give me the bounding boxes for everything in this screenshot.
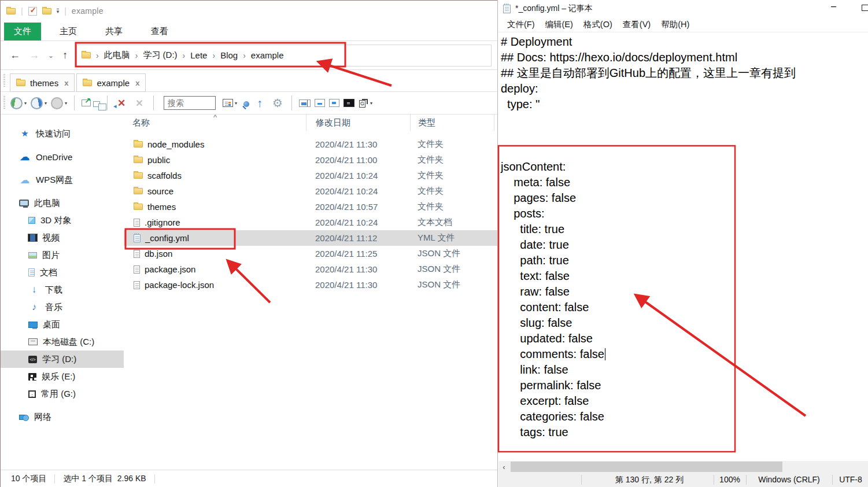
file-date: 2020/4/21 11:00 [306,155,410,165]
file-row[interactable]: themes2020/4/21 10:57文件夹 [124,199,497,215]
file-row[interactable]: scaffolds2020/4/21 10:24文件夹 [124,168,497,183]
explorer-tab[interactable]: themesx [10,73,75,92]
recent-globe-button[interactable]: ▾ [50,96,68,110]
sidebar-item[interactable]: 文档 [1,264,124,281]
open-in-new-window-icon [82,99,91,106]
file-name-cell: .gitignore [124,217,306,227]
text-line: path: true [501,253,868,268]
back-history-clock-button[interactable]: ▾ [10,96,27,110]
file-row[interactable]: _config.yml2020/4/21 11:12YML 文件 [124,230,497,246]
folder-icon [16,80,25,86]
folder-icon[interactable] [42,8,51,14]
ribbon-tab-home[interactable]: 主页 [50,23,87,40]
sidebar-item[interactable]: 快速访问 [1,125,124,142]
sidebar-item[interactable]: 音乐 [1,298,124,316]
sidebar-item-label: 桌面 [43,319,60,330]
breadcrumb-item[interactable]: Blog [220,50,238,60]
maximize-button[interactable] [862,5,868,11]
breadcrumb-item[interactable]: 学习 (D:) [143,50,177,61]
grouping-button[interactable]: ▾ [358,97,373,109]
side-panel-button[interactable] [328,98,340,108]
go-up-button[interactable] [252,95,267,111]
menu-item[interactable]: 文件(F) [502,19,540,30]
menu-item[interactable]: 查看(V) [618,19,656,30]
text-line: permalink: false [501,378,868,393]
quick-access-checkbox-icon[interactable] [28,7,37,16]
file-name: node_modules [147,139,204,149]
ribbon-tab-view[interactable]: 查看 [141,23,178,40]
sidebar-item[interactable]: 下载 [1,281,124,298]
clone-tab-button[interactable] [94,98,101,108]
scroll-left-arrow-icon[interactable]: ‹ [498,461,509,473]
file-row[interactable]: package-lock.json2020/4/21 11:30JSON 文件 [124,277,497,293]
tab-close-icon[interactable]: x [135,79,139,87]
view-mode-button[interactable]: ▾ [222,98,238,108]
drag-handle[interactable] [3,96,5,110]
breadcrumb-item[interactable]: Lete [190,50,207,60]
file-name-cell: db.json [124,249,306,259]
column-header-date[interactable]: 修改日期 [306,115,410,131]
scrollbar-thumb[interactable] [511,462,782,472]
sidebar-item[interactable]: 学习 (D:) [1,351,124,368]
file-date: 2020/4/21 10:24 [306,171,410,180]
sidebar-item[interactable]: 娱乐 (E:) [1,368,124,385]
command-prompt-button[interactable] [343,98,355,108]
sidebar-item[interactable]: 视频 [1,229,124,246]
rename-tool-button[interactable] [298,98,311,108]
sidebar-item[interactable]: WPS网盘 [1,171,124,189]
bottom-panel-button[interactable] [314,98,326,108]
file-date: 2020/4/21 11:30 [306,280,410,290]
back-button[interactable]: ← [10,49,20,61]
pin-tab-button[interactable] [241,98,249,108]
sidebar-item[interactable]: 桌面 [1,316,124,333]
file-type: 文件夹 [410,154,444,165]
encoding: UTF-8 [832,473,868,487]
forward-button[interactable]: → [29,49,39,61]
menu-item[interactable]: 帮助(H) [656,19,695,30]
column-header-type[interactable]: 类型 [410,115,494,131]
drag-handle[interactable] [3,74,5,87]
navigation-pane: 快速访问OneDriveWPS网盘此电脑3D 对象视频图片文档下载音乐桌面本地磁… [1,115,124,470]
sidebar-item[interactable]: 3D 对象 [1,212,124,229]
options-gear-button[interactable] [270,95,285,111]
file-row[interactable]: public2020/4/21 11:00文件夹 [124,152,497,168]
minimize-button[interactable]: – [831,1,836,12]
ribbon-tab-file[interactable]: 文件 [4,23,41,40]
open-in-new-window-button[interactable] [81,98,91,108]
disk-c-icon [28,338,38,345]
file-row[interactable]: .gitignore2020/4/21 10:24文本文档 [124,215,497,230]
breadcrumb-item[interactable]: 此电脑 [104,50,130,61]
tab-close-icon[interactable]: x [64,79,68,87]
file-type: JSON 文件 [410,248,460,259]
close-tab-button[interactable] [114,95,129,111]
navigation-bar: ← → ⌄ ↑ ›此电脑›学习 (D:)›Lete›Blog›example [1,41,497,70]
tab-label: example [97,78,130,88]
forward-history-clock-button[interactable]: ▾ [30,96,47,110]
file-row[interactable]: node_modules2020/4/21 11:30文件夹 [124,136,497,152]
command-prompt-icon [343,99,354,107]
sidebar-item[interactable]: 图片 [1,246,124,264]
menu-item[interactable]: 编辑(E) [540,19,578,30]
close-others-button[interactable] [132,95,147,111]
file-row[interactable]: db.json2020/4/21 11:25JSON 文件 [124,246,497,261]
horizontal-scrollbar[interactable]: ‹ [498,461,868,473]
address-bar[interactable]: ›此电脑›学习 (D:)›Lete›Blog›example [76,45,492,67]
search-input[interactable] [164,96,216,110]
breadcrumb-item[interactable]: example [251,50,284,60]
sidebar-item[interactable]: OneDrive [1,148,124,165]
customize-toolbar-arrow-icon[interactable]: ▾ [57,9,60,14]
sidebar-item[interactable]: 常用 (G:) [1,385,124,403]
downloads-icon [28,285,40,295]
file-row[interactable]: source2020/4/21 10:24文件夹 [124,183,497,199]
text-editor-area[interactable]: # Deployment## Docs: https://hexo.io/doc… [498,32,868,461]
sidebar-item[interactable]: 网络 [1,408,124,426]
file-row[interactable]: package.json2020/4/21 11:30JSON 文件 [124,261,497,277]
menu-item[interactable]: 格式(O) [578,19,618,30]
recent-locations-button[interactable]: ⌄ [48,51,54,60]
explorer-tab[interactable]: examplex [76,73,146,92]
ribbon-tab-share[interactable]: 共享 [95,23,132,40]
sidebar-item[interactable]: 本地磁盘 (C:) [1,333,124,351]
up-button[interactable]: ↑ [62,49,68,61]
sidebar-item[interactable]: 此电脑 [1,194,124,212]
line-ending-type: Windows (CRLF) [746,473,832,487]
